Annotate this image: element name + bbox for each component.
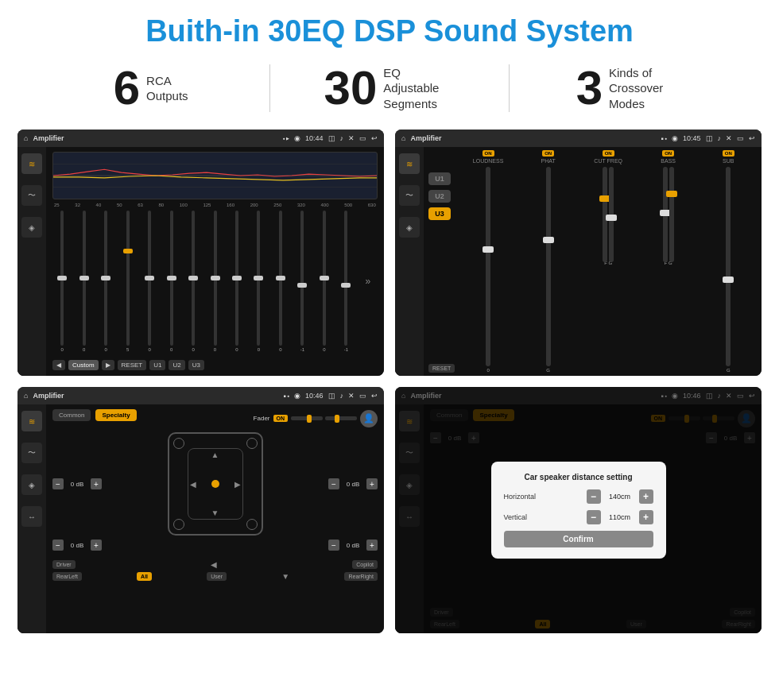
phat-on-badge: ON: [542, 150, 554, 157]
stat-rca-label: RCA Outputs: [146, 73, 188, 104]
dialog-horizontal-plus[interactable]: +: [639, 489, 653, 504]
eq-slider-3: 5: [118, 211, 137, 352]
cross-ch-bass: ON BASS F G: [640, 150, 697, 373]
cross-u3-btn[interactable]: U3: [428, 207, 451, 220]
eq-slider-9: 0: [249, 211, 268, 352]
eq-time: 10:44: [305, 134, 324, 142]
fader-h-track-1[interactable]: [291, 416, 323, 420]
fader-rect-icon: ▭: [359, 392, 366, 400]
fader-rearleft-btn[interactable]: RearLeft: [52, 572, 82, 581]
fader-driver-btn[interactable]: Driver: [52, 560, 76, 569]
cross-sidebar-speaker-btn[interactable]: ◈: [399, 217, 420, 238]
sub-slider[interactable]: [726, 167, 731, 366]
eq-sidebar-speaker-btn[interactable]: ◈: [21, 217, 42, 238]
car-center-indicator: [211, 480, 219, 488]
fader-bottom-row: Driver ◀ Copilot: [52, 560, 378, 569]
fader-sidebar-eq-btn[interactable]: ≋: [21, 411, 42, 431]
fader-sidebar-speaker-btn[interactable]: ◈: [21, 474, 42, 495]
cross-sidebar-wave-btn[interactable]: 〜: [399, 185, 420, 206]
fader-profile-icon[interactable]: 👤: [360, 410, 378, 427]
fader-arrows-center: ◀: [211, 560, 217, 569]
fader-db4-plus[interactable]: +: [366, 540, 378, 551]
fader-down-arrow[interactable]: ▼: [281, 572, 289, 581]
dialog-vertical-plus[interactable]: +: [639, 510, 653, 524]
loudness-val: 0: [486, 368, 489, 373]
eq-prev-btn[interactable]: ◀: [52, 360, 65, 370]
divider-2: [509, 64, 510, 112]
loudness-slider[interactable]: [486, 167, 490, 366]
eq-freq-labels: 2532405063 80100125160200 25032040050063…: [52, 203, 378, 207]
eq-slider-13: -1: [336, 211, 355, 352]
fader-sidebar-wave-btn[interactable]: 〜: [21, 443, 42, 463]
eq-u1-btn[interactable]: U1: [149, 360, 165, 370]
fader-db2-plus[interactable]: +: [366, 478, 378, 489]
screen-crossover: ⌂ Amplifier ■ ● ◉ 10:45 ◫ ♪ ✕ ▭ ↩ ≋ 〜 ◈ …: [395, 130, 762, 376]
eq-u3-btn[interactable]: U3: [188, 360, 204, 370]
eq-slider-2: 0: [96, 211, 115, 352]
cross-sidebar-eq-btn[interactable]: ≋: [399, 153, 420, 174]
fader-db1-minus[interactable]: −: [52, 478, 64, 489]
cross-close-icon[interactable]: ✕: [726, 134, 732, 142]
fader-rearright-btn[interactable]: RearRight: [344, 572, 378, 581]
dialog-horizontal-minus[interactable]: −: [587, 489, 601, 504]
speaker-tl: [173, 438, 184, 449]
eq-u2-btn[interactable]: U2: [169, 360, 184, 370]
cross-home-icon[interactable]: ⌂: [401, 134, 405, 142]
fader-back-icon[interactable]: ↩: [371, 392, 378, 400]
eq-expand-icon[interactable]: »: [358, 211, 378, 352]
stat-eq: 30 EQ Adjustable Segments: [286, 64, 492, 112]
fader-user-btn[interactable]: User: [207, 572, 227, 581]
crossover-main: U1 U2 U3 RESET ON LOUDNESS 0: [424, 147, 762, 376]
eq-slider-5: 0: [161, 211, 180, 352]
cross-back-icon[interactable]: ↩: [749, 134, 755, 142]
dialog-vertical-minus[interactable]: −: [587, 510, 601, 524]
stat-eq-label: EQ Adjustable Segments: [383, 65, 455, 112]
bass-slider-f[interactable]: [663, 167, 668, 262]
fader-home-icon[interactable]: ⌂: [24, 392, 28, 400]
car-inner-outline: ▲ ▼ ◀ ▶: [188, 448, 243, 520]
eq-play-btn[interactable]: ▶: [102, 360, 114, 370]
cross-location-icon: ◉: [672, 134, 678, 142]
cross-u2-btn[interactable]: U2: [428, 190, 451, 203]
sub-on-badge: ON: [723, 150, 734, 157]
eq-screen-title: Amplifier: [33, 134, 277, 142]
eq-reset-btn[interactable]: RESET: [118, 360, 147, 370]
speaker-tr: [246, 438, 258, 449]
eq-sidebar-wave-btn[interactable]: 〜: [21, 185, 42, 206]
eq-slider-12: 0: [315, 211, 334, 352]
fader-db4-minus[interactable]: −: [328, 540, 339, 551]
eq-sidebar-eq-btn[interactable]: ≋: [21, 153, 42, 174]
bass-slider-g[interactable]: [669, 167, 674, 262]
fader-left-arrow[interactable]: ◀: [211, 560, 217, 569]
fader-db2-minus[interactable]: −: [328, 478, 339, 489]
eq-close-icon[interactable]: ✕: [348, 134, 355, 142]
fader-close-icon[interactable]: ✕: [348, 392, 355, 400]
stat-rca-number: 6: [114, 64, 140, 112]
phat-slider[interactable]: [546, 167, 551, 366]
eq-slider-6: 0: [184, 211, 203, 352]
eq-graph: [52, 152, 378, 199]
cutfreq-slider-g[interactable]: [609, 167, 614, 262]
car-left-arrow: ◀: [190, 480, 196, 489]
fader-sidebar-extra-btn[interactable]: ↔: [21, 506, 42, 527]
fader-h-track-2[interactable]: [325, 416, 357, 420]
eq-back-icon[interactable]: ↩: [371, 134, 378, 142]
fader-db1-plus[interactable]: +: [91, 478, 102, 489]
bass-label: BASS: [661, 158, 676, 164]
fader-all-btn[interactable]: All: [137, 572, 152, 581]
eq-sliders: 0 0 0 5 0: [52, 211, 378, 354]
eq-slider-0: 0: [52, 211, 72, 352]
dialog-confirm-button[interactable]: Confirm: [504, 531, 653, 547]
car-up-arrow: ▲: [211, 451, 219, 459]
cross-u1-btn[interactable]: U1: [428, 172, 451, 185]
divider-1: [269, 64, 270, 112]
fader-tab-specialty[interactable]: Specialty: [95, 409, 136, 421]
cross-sidebar: ≋ 〜 ◈: [395, 147, 424, 376]
eq-main-content: 2532405063 80100125160200 25032040050063…: [46, 147, 384, 376]
cross-reset-btn[interactable]: RESET: [428, 364, 455, 373]
fader-tab-common[interactable]: Common: [52, 409, 91, 421]
fader-copilot-btn[interactable]: Copilot: [352, 560, 378, 569]
fader-db3-minus[interactable]: −: [52, 540, 64, 551]
home-icon[interactable]: ⌂: [24, 134, 28, 142]
fader-db3-plus[interactable]: +: [91, 540, 102, 551]
